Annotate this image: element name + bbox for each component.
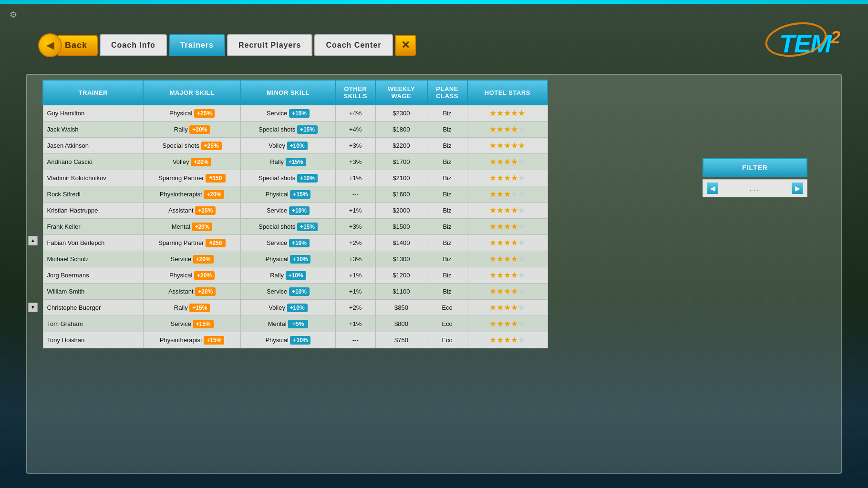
minor-skill: Physical +15% [241,186,335,203]
filter-prev-button[interactable]: ◀ [707,183,718,194]
table-row[interactable]: Michael SchulzService +20%Physical +10%+… [43,251,548,267]
major-skill: Service +15% [143,316,240,332]
weekly-wage: $1800 [375,122,427,138]
table-row[interactable]: Kristian HastruppeAssistant +25%Service … [43,203,548,219]
hotel-stars: ★★★★★ [467,138,548,154]
hotel-stars: ★★★★★ [467,284,548,300]
settings-icon[interactable]: ⚙ [10,10,17,20]
table-row[interactable]: Fabian Von BerlepchSparring Partner #250… [43,235,548,251]
minor-badge: +10% [287,304,308,312]
other-skills: +1% [335,203,375,219]
main-content: ▲ ▼ TRAINERMAJOR SKILLMINOR SKILLOTHER S… [26,74,842,474]
major-skill: Special shots +25% [143,138,240,154]
tab-recruit-players[interactable]: Recruit Players [227,34,313,56]
table-row[interactable]: Guy HamiltonPhysical +25%Service +15%+4%… [43,105,548,122]
minor-skill: Mental +5% [241,316,335,332]
tab-coach-info[interactable]: Coach Info [100,34,167,56]
major-badge: +20% [194,271,215,280]
tab-trainers[interactable]: Trainers [169,34,225,56]
minor-badge: +15% [289,109,310,118]
plane-class: Biz [427,186,467,203]
minor-badge: +15% [297,125,318,134]
minor-badge: +10% [287,142,308,150]
minor-skill: Service +10% [241,284,335,300]
table-row[interactable]: Frank KellerMental +20%Special shots +15… [43,219,548,235]
weekly-wage: $2200 [375,138,427,154]
plane-class: Biz [427,284,467,300]
major-skill: Rally +15% [143,300,240,316]
col-header-5: PLANE CLASS [427,80,467,105]
trainer-name: Vladimir Kolotchnikov [43,170,143,186]
tab-coach-center[interactable]: Coach Center [314,34,393,56]
table-row[interactable]: Jack WalshRally +20%Special shots +15%+4… [43,122,548,138]
hotel-stars: ★★★★★ [467,251,548,267]
other-skills: +3% [335,138,375,154]
table-row[interactable]: Tony HoishanPhysiotherapist +15%Physical… [43,332,548,348]
weekly-wage: $2100 [375,170,427,186]
trainer-table: TRAINERMAJOR SKILLMINOR SKILLOTHER SKILL… [42,80,548,348]
filter-dots: ... [750,184,760,193]
close-button[interactable]: ✕ [395,35,416,56]
other-skills: +1% [335,267,375,284]
minor-badge: +10% [289,287,310,296]
major-badge: +20% [204,190,224,199]
trainer-name: Rock Sifredi [43,186,143,203]
weekly-wage: $1200 [375,267,427,284]
col-header-0: TRAINER [43,80,143,105]
minor-badge: +10% [289,239,310,247]
col-header-1: MAJOR SKILL [143,80,240,105]
major-badge: #150 [206,174,226,183]
minor-badge: +10% [289,206,310,215]
other-skills: --- [335,186,375,203]
filter-next-button[interactable]: ▶ [792,183,803,194]
major-skill: Physical +25% [143,105,240,122]
weekly-wage: $1600 [375,186,427,203]
table-row[interactable]: Jasen AtkinsonSpecial shots +25%Volley +… [43,138,548,154]
scroll-down-button[interactable]: ▼ [28,303,38,312]
major-badge: +25% [201,142,222,150]
weekly-wage: $1300 [375,251,427,267]
hotel-stars: ★★★★★ [467,203,548,219]
plane-class: Biz [427,203,467,219]
other-skills: +1% [335,170,375,186]
major-skill: Physiotherapist +15% [143,332,240,348]
trainer-name: Jack Walsh [43,122,143,138]
other-skills: +4% [335,122,375,138]
major-badge: #250 [206,239,226,247]
navbar: ◀ Back Coach Info Trainers Recruit Playe… [38,33,416,57]
minor-badge: +15% [286,158,306,166]
minor-skill: Rally +15% [241,154,335,170]
back-button[interactable]: ◀ Back [38,33,98,57]
major-badge: +15% [193,320,214,328]
table-row[interactable]: Tom GrahamService +15%Mental +5%+1%$800E… [43,316,548,332]
scroll-up-button[interactable]: ▲ [28,236,38,245]
minor-skill: Service +10% [241,235,335,251]
weekly-wage: $850 [375,300,427,316]
major-skill: Service +20% [143,251,240,267]
minor-skill: Volley +10% [241,300,335,316]
minor-skill: Physical +10% [241,251,335,267]
major-skill: Sparring Partner #150 [143,170,240,186]
minor-skill: Special shots +10% [241,170,335,186]
minor-badge: +15% [297,223,318,231]
table-row[interactable]: Christophe BuergerRally +15%Volley +10%+… [43,300,548,316]
major-badge: +20% [191,158,211,166]
table-row[interactable]: Vladimir KolotchnikovSparring Partner #1… [43,170,548,186]
top-accent-bar [0,0,868,4]
plane-class: Eco [427,316,467,332]
minor-badge: +10% [290,336,310,345]
major-skill: Mental +20% [143,219,240,235]
table-row[interactable]: Jorg BoermansPhysical +20%Rally +10%+1%$… [43,267,548,284]
hotel-stars: ★★★★★ [467,316,548,332]
trainer-name: Fabian Von Berlepch [43,235,143,251]
table-row[interactable]: William SmithAssistant +20%Service +10%+… [43,284,548,300]
filter-panel: FILTER ◀ ... ▶ [703,158,807,197]
minor-badge: +10% [297,174,318,183]
minor-skill: Rally +10% [241,267,335,284]
plane-class: Biz [427,154,467,170]
hotel-stars: ★★★★★ [467,300,548,316]
table-row[interactable]: Andriano CascioVolley +20%Rally +15%+3%$… [43,154,548,170]
trainer-name: Guy Hamilton [43,105,143,122]
major-skill: Assistant +20% [143,284,240,300]
table-row[interactable]: Rock SifrediPhysiotherapist +20%Physical… [43,186,548,203]
